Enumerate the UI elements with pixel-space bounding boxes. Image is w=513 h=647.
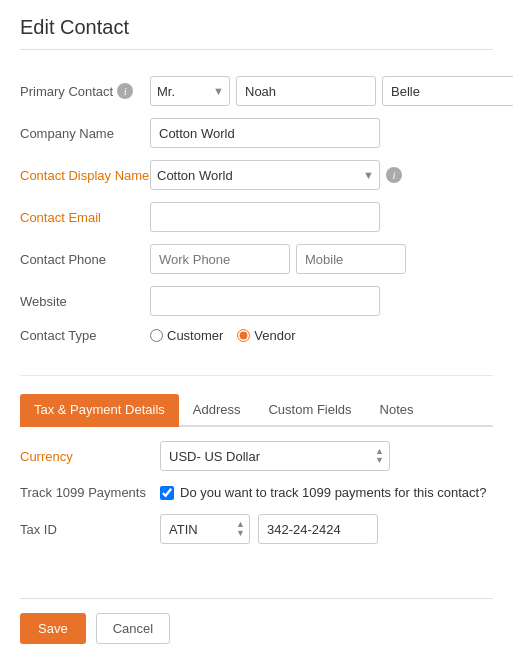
- company-name-label: Company Name: [20, 126, 150, 141]
- track-1099-checkbox[interactable]: [160, 486, 174, 500]
- contact-type-row: Contact Type Customer Vendor: [20, 328, 493, 343]
- track-1099-checkbox-label[interactable]: Do you want to track 1099 payments for t…: [160, 485, 486, 500]
- display-name-select-wrap: Cotton World ▼: [150, 160, 380, 190]
- phone-label: Contact Phone: [20, 252, 150, 267]
- website-row: Website: [20, 286, 493, 316]
- work-phone-input[interactable]: [150, 244, 290, 274]
- tab-address[interactable]: Address: [179, 394, 255, 427]
- company-name-row: Company Name: [20, 118, 493, 148]
- display-name-controls: Cotton World ▼ i: [150, 160, 493, 190]
- currency-select[interactable]: USD- US Dollar EUR- Euro GBP- British Po…: [160, 441, 390, 471]
- company-name-input[interactable]: [150, 118, 380, 148]
- tax-id-label: Tax ID: [20, 522, 160, 537]
- currency-label: Currency: [20, 449, 160, 464]
- mobile-input[interactable]: [296, 244, 406, 274]
- tab-tax-payment[interactable]: Tax & Payment Details: [20, 394, 179, 427]
- website-input[interactable]: [150, 286, 380, 316]
- payment-details-section: Currency USD- US Dollar EUR- Euro GBP- B…: [20, 427, 493, 568]
- email-row: Contact Email: [20, 202, 493, 232]
- tax-id-value-input[interactable]: [258, 514, 378, 544]
- page-title: Edit Contact: [20, 16, 493, 50]
- track-1099-row: Track 1099 Payments Do you want to track…: [20, 485, 493, 500]
- display-name-info-icon[interactable]: i: [386, 167, 402, 183]
- track-1099-label: Track 1099 Payments: [20, 485, 160, 500]
- primary-contact-label: Primary Contact i: [20, 83, 150, 99]
- email-controls: [150, 202, 493, 232]
- website-label: Website: [20, 294, 150, 309]
- vendor-radio[interactable]: [237, 329, 250, 342]
- contact-type-label: Contact Type: [20, 328, 150, 343]
- display-name-row: Contact Display Name Cotton World ▼ i: [20, 160, 493, 190]
- contact-type-controls: Customer Vendor: [150, 328, 493, 343]
- email-input[interactable]: [150, 202, 380, 232]
- save-button[interactable]: Save: [20, 613, 86, 644]
- phone-row: Contact Phone: [20, 244, 493, 274]
- primary-contact-controls: Mr. Mrs. Ms. Dr. ▼: [150, 76, 513, 106]
- tabs-section: Tax & Payment Details Address Custom Fie…: [20, 394, 493, 427]
- customer-radio-label[interactable]: Customer: [150, 328, 223, 343]
- cancel-button[interactable]: Cancel: [96, 613, 170, 644]
- first-name-input[interactable]: [236, 76, 376, 106]
- tax-id-controls: ATIN EIN ITIN SSN ▲ ▼: [160, 514, 378, 544]
- salutation-select[interactable]: Mr. Mrs. Ms. Dr.: [150, 76, 230, 106]
- page-container: Edit Contact Primary Contact i Mr. Mrs. …: [0, 0, 513, 647]
- currency-select-wrap: USD- US Dollar EUR- Euro GBP- British Po…: [160, 441, 390, 471]
- email-label: Contact Email: [20, 210, 150, 225]
- last-name-input[interactable]: [382, 76, 513, 106]
- primary-contact-row: Primary Contact i Mr. Mrs. Ms. Dr. ▼: [20, 76, 493, 106]
- salutation-select-wrap: Mr. Mrs. Ms. Dr. ▼: [150, 76, 230, 106]
- tab-notes[interactable]: Notes: [366, 394, 428, 427]
- vendor-radio-text: Vendor: [254, 328, 295, 343]
- contact-form-section: Primary Contact i Mr. Mrs. Ms. Dr. ▼: [20, 66, 493, 376]
- customer-radio[interactable]: [150, 329, 163, 342]
- display-name-label: Contact Display Name: [20, 168, 150, 183]
- customer-radio-text: Customer: [167, 328, 223, 343]
- phone-controls: [150, 244, 493, 274]
- currency-row: Currency USD- US Dollar EUR- Euro GBP- B…: [20, 441, 493, 471]
- tax-id-type-select[interactable]: ATIN EIN ITIN SSN: [160, 514, 250, 544]
- website-controls: [150, 286, 493, 316]
- vendor-radio-label[interactable]: Vendor: [237, 328, 295, 343]
- company-name-controls: [150, 118, 493, 148]
- track-1099-text: Do you want to track 1099 payments for t…: [180, 485, 486, 500]
- tab-custom-fields[interactable]: Custom Fields: [254, 394, 365, 427]
- tax-id-type-wrap: ATIN EIN ITIN SSN ▲ ▼: [160, 514, 250, 544]
- primary-contact-info-icon[interactable]: i: [117, 83, 133, 99]
- tax-id-row: Tax ID ATIN EIN ITIN SSN ▲ ▼: [20, 514, 493, 544]
- footer-section: Save Cancel: [20, 598, 493, 644]
- contact-type-radio-group: Customer Vendor: [150, 328, 296, 343]
- display-name-select[interactable]: Cotton World: [150, 160, 380, 190]
